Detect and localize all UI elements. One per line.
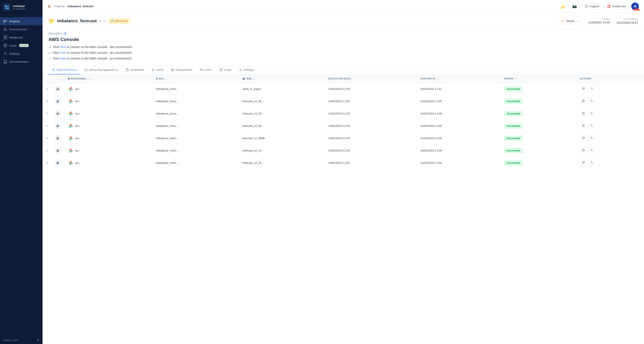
row-status: Succeeded [500, 83, 576, 95]
svg-point-14 [5, 53, 6, 54]
expand-icon[interactable]: ⇅ [46, 100, 48, 103]
home-icon[interactable]: 🏠 [48, 5, 51, 8]
tab-users[interactable]: Users [196, 66, 215, 74]
started-at-sort[interactable]: ▲▼ [436, 77, 438, 80]
svg-point-20 [200, 69, 202, 70]
gitpod-label: Gitpod [566, 19, 574, 22]
optimization-label: optimization [114, 19, 128, 22]
logs-button[interactable] [580, 147, 587, 154]
sidebar-item-settings[interactable]: Settings [0, 49, 42, 57]
row-execution-date: 14/02/2024 11:05 [325, 132, 417, 144]
environment-building-icon: 🏛 [55, 148, 61, 154]
breadcrumb-current: imbalance_forecast [68, 5, 93, 8]
environment-sort[interactable]: ▲▼ [89, 77, 90, 80]
row-dag: imbalance_forec... [152, 157, 239, 169]
status-sort[interactable]: ▲▼ [514, 77, 516, 80]
tab-streaming-applications[interactable]: Streaming Applications [81, 66, 122, 74]
row-expand[interactable]: ⇅ [42, 132, 52, 144]
svg-point-5 [4, 30, 4, 31]
dag-sort[interactable]: ▲▼ [165, 77, 166, 80]
th-execution-date: EXECUTION DATE ▲▼ [325, 75, 417, 83]
sidebar-item-projects[interactable]: Projects [0, 17, 42, 25]
tab-costs[interactable]: Costs [216, 66, 235, 74]
tab-notebooks[interactable]: Notebooks [122, 66, 147, 74]
row-expand[interactable]: ⇅ [42, 83, 52, 95]
optimization-badge: 🔗 optimization [108, 19, 130, 23]
row-started-at: 15/02/2024 11:09 [417, 132, 500, 144]
expand-icon[interactable]: ⇅ [46, 161, 48, 164]
sidebar-item-environments[interactable]: Environments [0, 25, 42, 33]
tab-task-executions[interactable]: Task executions [48, 66, 80, 74]
moon-button[interactable]: 🌙 [557, 2, 568, 10]
tab-deployments[interactable]: Deployments [168, 66, 196, 74]
sidebar-item-notebooks[interactable]: Notebooks [0, 33, 42, 41]
tab-costs-label: Costs [224, 68, 232, 71]
svg-rect-16 [84, 69, 88, 71]
project-dropdown-icon[interactable]: ▾ [100, 19, 101, 23]
tab-alerts[interactable]: Alerts [148, 66, 167, 74]
guided-tour-button[interactable]: ⭕ Guided tour [604, 3, 630, 9]
tab-settings[interactable]: Settings [236, 66, 257, 74]
support-button[interactable]: 💬 Support [582, 3, 602, 9]
svg-point-23 [70, 88, 71, 89]
pro-link[interactable]: here [60, 57, 66, 60]
row-task: forecast_c4_40... [239, 95, 325, 107]
metrics-button[interactable] [588, 110, 595, 117]
metrics-button[interactable] [588, 123, 595, 129]
logo-name: conveyor [13, 4, 25, 8]
logs-button[interactable] [580, 110, 587, 117]
metrics-button[interactable] [588, 160, 595, 166]
sidebar: conveyor by dataminded Projects Environm… [0, 0, 42, 344]
row-started-at: 15/02/2024 11:09 [417, 144, 500, 157]
expand-icon[interactable]: ⇅ [46, 124, 48, 127]
acc-link[interactable]: here [60, 51, 66, 54]
sidebar-item-documentation[interactable]: Documentation [0, 57, 42, 66]
row-expand[interactable]: ⇅ [42, 157, 52, 169]
svg-rect-1 [7, 5, 9, 7]
row-dag: imbalance_forec... [152, 107, 239, 120]
table-row: ⇅ 🏛 pro imbalance_forec... forecast_c2_0… [42, 132, 644, 144]
guided-tour-icon: ⭕ [607, 5, 610, 8]
row-expand[interactable]: ⇅ [42, 144, 52, 157]
execution-date-sort[interactable]: ▲▼ [351, 77, 352, 80]
row-expand[interactable]: ⇅ [42, 107, 52, 120]
row-environment: pro [64, 132, 152, 144]
dev-link[interactable]: here [60, 45, 66, 49]
th-status-label: STATUS [504, 77, 514, 80]
edit-icon[interactable] [64, 32, 66, 35]
refresh-icon[interactable]: ↻ [103, 19, 106, 23]
metrics-button[interactable] [588, 98, 595, 104]
logs-button[interactable] [580, 135, 587, 141]
sidebar-logo: conveyor by dataminded [0, 0, 42, 15]
logs-button[interactable] [580, 98, 587, 104]
menu-icon[interactable]: ☰ [37, 339, 39, 342]
metrics-button[interactable] [588, 135, 595, 141]
row-expand[interactable]: ⇅ [42, 95, 52, 107]
row-started-at: 15/02/2024 11:09 [417, 95, 500, 107]
gitpod-button[interactable]: ⬡ Gitpod ⤢ [558, 17, 581, 25]
created-value: 11/04/2022 10:36 [588, 21, 610, 24]
metrics-button[interactable] [588, 86, 595, 92]
logs-button[interactable] [580, 123, 587, 129]
expand-icon[interactable]: ⇅ [46, 87, 48, 90]
metrics-button[interactable] [588, 147, 595, 154]
breadcrumb-projects[interactable]: Projects [54, 5, 64, 8]
row-execution-date: 14/02/2024 11:05 [325, 157, 417, 169]
row-expand[interactable]: ⇅ [42, 120, 52, 132]
breadcrumb-sep-2: / [66, 5, 66, 8]
tab-deployments-label: Deployments [176, 68, 192, 71]
pinwheel-icon [68, 123, 74, 129]
task-sort[interactable]: ▲▼ [253, 77, 254, 80]
sidebar-footer: version 1.14.6 ☰ [0, 336, 42, 344]
svg-point-28 [70, 101, 71, 102]
row-started-at: 15/02/2024 11:09 [417, 157, 500, 169]
sidebar-item-costs[interactable]: Costs preview [0, 41, 42, 49]
expand-icon[interactable]: ⇅ [46, 112, 48, 115]
avatar[interactable]: JE admin [631, 2, 639, 10]
screenshot-button[interactable]: 📷 [569, 2, 580, 10]
svg-line-8 [5, 28, 6, 30]
expand-icon[interactable]: ⇅ [46, 137, 48, 140]
logs-button[interactable] [580, 160, 587, 166]
logs-button[interactable] [580, 86, 587, 92]
expand-icon[interactable]: ⇅ [46, 149, 48, 152]
